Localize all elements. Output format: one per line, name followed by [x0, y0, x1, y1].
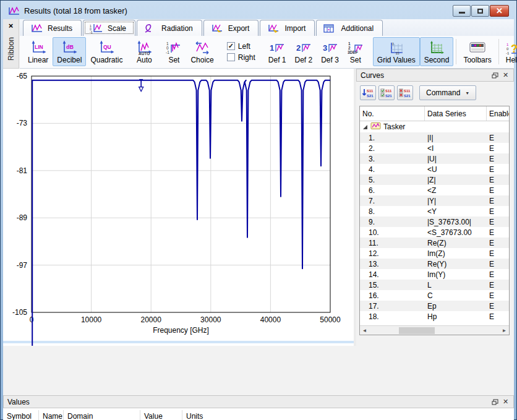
sparams-disable-button[interactable]: S11S21 — [397, 85, 413, 100]
cell-no: 17. — [360, 302, 425, 311]
tab-radiation[interactable]: Radiation — [137, 20, 202, 36]
table-row[interactable]: 17.EpE — [360, 301, 509, 311]
svg-text:S11: S11 — [367, 89, 374, 93]
close-panel-button[interactable]: ✕ — [500, 71, 511, 80]
ribbon-button-set[interactable]: 10-1Set — [161, 37, 186, 66]
chevron-down-icon: ▼ — [465, 91, 469, 95]
cell-enabled: E — [487, 249, 509, 258]
ribbon-button-toolbars[interactable]: Toolbars — [459, 37, 495, 66]
close-button[interactable]: ✕ — [490, 5, 509, 17]
curves-table: No. Data Series Enabled Tasker1.|I|E2.<I… — [359, 106, 510, 335]
checkbox-right[interactable]: Right — [227, 53, 255, 62]
tree-group-row[interactable]: Tasker — [360, 121, 509, 132]
table-row[interactable]: 4.<UE — [360, 164, 509, 174]
ribbon-button-def-3[interactable]: 3Def 3 — [317, 37, 343, 66]
lin-icon: LIN — [30, 40, 46, 56]
def2-icon: 2 — [296, 40, 312, 56]
checkbox-left[interactable]: ✓Left — [227, 42, 255, 51]
command-dropdown[interactable]: Command ▼ — [419, 85, 476, 100]
ribbon-button-second[interactable]: Second — [420, 37, 454, 66]
table-row[interactable]: 3.|U|E — [360, 153, 509, 164]
cell-enabled: E — [487, 228, 509, 237]
table-row[interactable]: 7.|Y|E — [360, 195, 509, 206]
cell-enabled: E — [487, 312, 509, 321]
cell-no: 3. — [360, 155, 425, 163]
ribbon-separator — [456, 39, 456, 64]
titlebar[interactable]: Results (total 18 from tasker) ✕ — [3, 2, 514, 19]
value-marker-arrow-icon[interactable] — [139, 87, 143, 92]
ribbon-close-button[interactable]: × — [6, 21, 17, 32]
table-row[interactable]: 10.<S_37673.00E — [360, 227, 509, 238]
close-panel-button[interactable]: ✕ — [500, 397, 511, 406]
scrollbar-thumb[interactable] — [399, 327, 435, 334]
table-row[interactable]: 12.Im(Z)E — [360, 248, 509, 259]
float-panel-button[interactable] — [490, 71, 500, 80]
tab-bar: Results10-1ScaleRadiationExportImportAdd… — [20, 19, 514, 36]
scroll-right-icon[interactable]: ► — [500, 328, 509, 333]
ribbon-button-linear[interactable]: LINLinear — [24, 37, 53, 66]
ribbon-button-set[interactable]: 123DEFSet — [343, 37, 368, 66]
y-tick-label: -89 — [17, 213, 28, 222]
cell-data-series: Im(Y) — [425, 270, 487, 279]
svg-text:23: 23 — [396, 51, 400, 55]
sparams-add-button[interactable]: S11S21 — [360, 85, 376, 100]
set01-icon: 10-1 — [166, 40, 182, 56]
tab-scale[interactable]: 10-1Scale — [83, 20, 135, 36]
svg-text:3: 3 — [392, 42, 394, 46]
ribbon-button-grid-values[interactable]: 323Grid Values — [373, 37, 420, 66]
ribbon-button-decibel[interactable]: dBDecibel — [53, 37, 86, 66]
ribbon-button-def-2[interactable]: 2Def 2 — [290, 37, 317, 66]
tab-results[interactable]: Results — [23, 20, 82, 36]
scrollbar-track[interactable] — [369, 326, 500, 335]
second-icon — [429, 40, 445, 56]
horizontal-scrollbar[interactable]: ◄ ► — [360, 325, 509, 335]
export-tab-icon — [210, 24, 224, 33]
svg-text:S11: S11 — [404, 89, 411, 93]
float-panel-button[interactable] — [490, 397, 500, 406]
tab-export[interactable]: Export — [203, 20, 259, 36]
column-header-symbol: Symbol — [3, 410, 39, 420]
table-row[interactable]: 1.|I|E — [360, 132, 509, 143]
table-row[interactable]: 15.LE — [360, 280, 509, 290]
tab-import[interactable]: Import — [260, 20, 315, 36]
table-row[interactable]: 5.|Z|E — [360, 174, 509, 185]
table-row[interactable]: 11.Re(Z)E — [360, 238, 509, 248]
ribbon-button-auto[interactable]: AUTOAuto — [132, 37, 156, 66]
cell-enabled: E — [487, 155, 509, 163]
tree-expander-icon[interactable] — [362, 124, 368, 130]
values-panel-titlebar[interactable]: Values ✕ — [3, 395, 514, 408]
chart-pane[interactable]: -65-73-81-89-97-105010000200003000040000… — [3, 69, 354, 346]
choice-icon — [194, 40, 210, 56]
x-tick-label: 40000 — [260, 315, 281, 324]
scroll-left-icon[interactable]: ◄ — [360, 328, 369, 333]
svg-text:S21: S21 — [404, 94, 411, 98]
table-row[interactable]: 9.|S_37673.00|E — [360, 216, 509, 227]
x-tick-label: 10000 — [81, 315, 102, 324]
minimize-button[interactable] — [453, 5, 471, 17]
table-row[interactable]: 14.Im(Y)E — [360, 269, 509, 280]
maximize-button[interactable] — [471, 5, 489, 17]
table-row[interactable]: 6.<ZE — [360, 185, 509, 195]
ribbon-button-help[interactable]: 10-1?Help — [502, 37, 517, 66]
float-icon — [492, 72, 498, 79]
ribbon-button-def-1[interactable]: 1Def 1 — [264, 37, 291, 66]
sparams-enable-button[interactable]: S11S21 — [378, 85, 395, 100]
column-header-no: No. — [360, 106, 425, 121]
tab-additional[interactable]: Additional — [316, 20, 383, 36]
ribbon-button-quadratic[interactable]: QUQuadratic — [86, 37, 127, 66]
svg-text:-1: -1 — [166, 50, 169, 54]
tab-label: Results — [48, 24, 72, 33]
table-row[interactable]: 18.HpE — [360, 311, 509, 322]
app-window: Results (total 18 from tasker) ✕ × Ribbo… — [0, 0, 517, 420]
column-header-value: Value — [140, 410, 182, 420]
table-row[interactable]: 16.CE — [360, 290, 509, 301]
y-tick-label: -81 — [17, 166, 28, 175]
curves-panel-titlebar[interactable]: Curves ✕ — [356, 69, 514, 82]
gridvalues-icon: 323 — [388, 40, 404, 56]
plot-area[interactable]: -65-73-81-89-97-105010000200003000040000… — [3, 69, 354, 346]
curve-|I| — [32, 80, 330, 346]
ribbon-button-choice[interactable]: Choice — [186, 37, 218, 66]
table-row[interactable]: 13.Re(Y)E — [360, 259, 509, 269]
table-row[interactable]: 2.<IE — [360, 143, 509, 153]
table-row[interactable]: 8.<YE — [360, 206, 509, 216]
